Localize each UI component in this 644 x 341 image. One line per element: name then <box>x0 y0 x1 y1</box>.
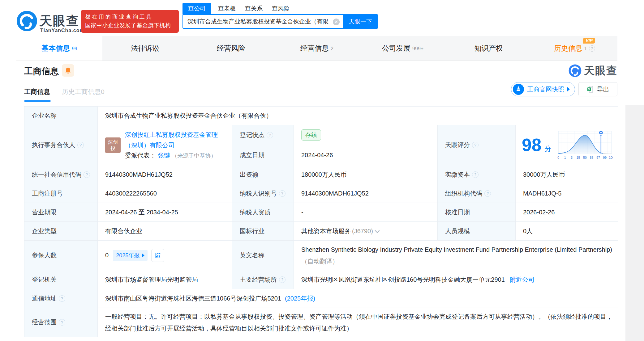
registry-authority-value: 深圳市市场监督管理局光明监管局 <box>98 270 232 289</box>
official-snapshot-button[interactable]: 工商官网快照 <box>511 82 575 96</box>
svg-text:0: 0 <box>558 156 560 159</box>
auto-translate-note: （自动翻译） <box>301 258 338 265</box>
label-text: 组织机构代码 <box>445 189 482 198</box>
tab-operating-info[interactable]: 经营信息 2 <box>274 36 360 61</box>
score-distribution-chart: 0 1 3 15 50 85 97 99 100 <box>554 128 613 162</box>
mailing-address-value: 深圳市南山区粤海街道海珠社区海德三道1066号深创投广场5201 <box>105 294 281 303</box>
tianyancha-watermark: 天眼查 <box>569 64 617 78</box>
tianyan-score-label: 天眼评分 ? <box>438 125 516 165</box>
delegate-name-link[interactable]: 张键 <box>158 152 170 159</box>
brand-domain: TianYanCha.com <box>40 28 84 33</box>
label-text: 执行事务合伙人 <box>32 141 75 149</box>
svg-text:85: 85 <box>590 156 594 159</box>
score-value: 98 <box>522 136 541 154</box>
tab-legal-proceedings[interactable]: 法律诉讼 <box>102 36 188 61</box>
search-tab-risk[interactable]: 查风险 <box>272 5 290 13</box>
insured-count-cell: 0 2025年报 <box>98 241 232 270</box>
search-tab-relation[interactable]: 查关系 <box>245 5 263 13</box>
help-icon[interactable]: ? <box>59 319 65 326</box>
tianyancha-logo-icon[interactable] <box>16 11 37 32</box>
search-tabs: 查公司 查老板 查关系 查风险 <box>182 3 378 14</box>
business-term-label: 营业期限 <box>24 203 98 222</box>
monitor-bell-button[interactable] <box>62 64 74 77</box>
approval-date-label: 核准日期 <box>438 203 516 222</box>
label-text: 统一社会信用代码 <box>32 170 81 179</box>
scrollbar-track[interactable] <box>625 105 644 341</box>
help-icon[interactable]: ? <box>59 295 65 302</box>
brand-name[interactable]: 天眼查 <box>40 12 79 29</box>
tab-label: 历史信息 <box>554 44 582 53</box>
main-premises-value: 深圳市光明区凤凰街道东坑社区创投路160号光明科技金融大厦一单元2901 <box>301 276 505 284</box>
help-icon[interactable]: ? <box>472 142 479 148</box>
top-header: 天眼查 TianYanCha.com 都在用的商业查询工具 国家中小企业发展子基… <box>0 0 644 37</box>
approval-date-value: 2026-02-26 <box>516 203 618 222</box>
active-subtab-underline <box>24 100 51 102</box>
english-name-value: Shenzhen Synthetic Biology Industry Priv… <box>301 246 612 253</box>
chevron-down-icon[interactable] <box>375 228 380 233</box>
help-icon[interactable]: ? <box>77 142 84 148</box>
trend-chart-button[interactable] <box>151 249 164 262</box>
tab-company-development[interactable]: 公司发展 999+ <box>360 36 446 61</box>
annual-report-link[interactable]: (2025年报) <box>285 294 315 303</box>
search-tab-company[interactable]: 查公司 <box>182 3 211 15</box>
registration-number-label: 工商注册号 <box>24 184 98 203</box>
svg-text:1: 1 <box>564 156 566 159</box>
watermark-logo-icon <box>569 64 582 77</box>
business-term-value: 2024-04-26 至 2034-04-25 <box>98 203 232 222</box>
export-label: 导出 <box>597 85 609 94</box>
credit-code-value: 91440300MADH61JQ52 <box>98 165 232 184</box>
svg-text:50: 50 <box>583 156 587 159</box>
tab-label: 公司发展 <box>382 44 410 53</box>
organization-code-label: 组织机构代码 ? <box>438 184 516 203</box>
help-icon[interactable]: ? <box>279 190 286 197</box>
watermark-text: 天眼查 <box>584 64 617 78</box>
help-icon[interactable]: ? <box>472 171 479 178</box>
svg-text:99: 99 <box>603 156 607 159</box>
paid-in-capital-value: 30000万人民币 <box>516 165 618 184</box>
tab-label: 经营风险 <box>217 44 245 53</box>
tab-label: 基本信息 <box>41 44 70 53</box>
label-text: 主要经营场所 <box>240 276 277 284</box>
nearby-companies-link[interactable]: 附近公司 <box>510 276 535 284</box>
insured-count-value: 0 <box>105 252 109 259</box>
tab-count: 999+ <box>412 46 423 52</box>
help-icon[interactable]: ? <box>589 45 595 52</box>
help-icon[interactable]: ? <box>484 190 491 197</box>
company-name-label: 企业名称 <box>24 107 98 125</box>
export-button[interactable]: 导出 <box>578 82 617 96</box>
search-input[interactable] <box>187 18 330 25</box>
search-tab-boss[interactable]: 查老板 <box>218 5 236 13</box>
tab-history-info[interactable]: VIP 历史信息 1 ? <box>531 36 617 61</box>
company-type-value: 有限合伙企业 <box>98 222 232 241</box>
help-icon[interactable]: ? <box>279 276 286 283</box>
tab-basic-info[interactable]: 基本信息 99 <box>16 36 102 61</box>
partner-avatar[interactable]: 深创投 <box>105 137 121 153</box>
industry-label: 国标行业 <box>232 222 294 241</box>
tianyan-score-cell[interactable]: 98 分 <box>516 125 618 165</box>
help-icon[interactable]: ? <box>84 171 90 178</box>
subtab-history-business-info[interactable]: 历史工商信息0 <box>62 87 105 96</box>
help-icon[interactable]: ? <box>267 132 273 138</box>
tab-operating-risk[interactable]: 经营风险 <box>188 36 274 61</box>
stamp-icon <box>513 84 524 95</box>
industry-value: 其他资本市场服务 <box>301 227 351 235</box>
label-text: 登记状态 <box>240 131 264 139</box>
promo-line1: 都在用的商业查询工具 <box>85 13 175 21</box>
search-button[interactable]: 天眼一下 <box>343 14 378 29</box>
partner-company-link[interactable]: 深创投红土私募股权投资基金管理（深圳）有限公司 <box>125 129 227 150</box>
tab-count: 1 <box>584 46 587 52</box>
clear-search-icon[interactable]: ✕ <box>333 19 340 25</box>
mailing-address-cell: 深圳市南山区粤海街道海珠社区海德三道1066号深创投广场5201 (2025年报… <box>98 289 618 308</box>
annual-report-chip[interactable]: 2025年报 <box>113 250 148 261</box>
svg-text:15: 15 <box>577 156 580 159</box>
tianyancha-company-page: 天眼查 TianYanCha.com 都在用的商业查询工具 国家中小企业发展子基… <box>0 0 644 341</box>
main-premises-cell: 深圳市光明区凤凰街道东坑社区创投路160号光明科技金融大厦一单元2901 附近公… <box>294 270 618 289</box>
svg-text:3: 3 <box>571 156 573 159</box>
tab-intellectual-property[interactable]: 知识产权 <box>446 36 532 61</box>
business-info-table: 企业名称 深圳市合成生物产业私募股权投资基金合伙企业（有限合伙） 执行事务合伙人… <box>24 106 618 337</box>
bar-chart-icon <box>154 252 161 259</box>
tab-count: 2 <box>331 46 333 52</box>
subtab-business-info[interactable]: 工商信息 <box>24 87 50 96</box>
label-text: 纳税人识别号 <box>240 189 277 198</box>
tab-count: 99 <box>72 46 77 52</box>
